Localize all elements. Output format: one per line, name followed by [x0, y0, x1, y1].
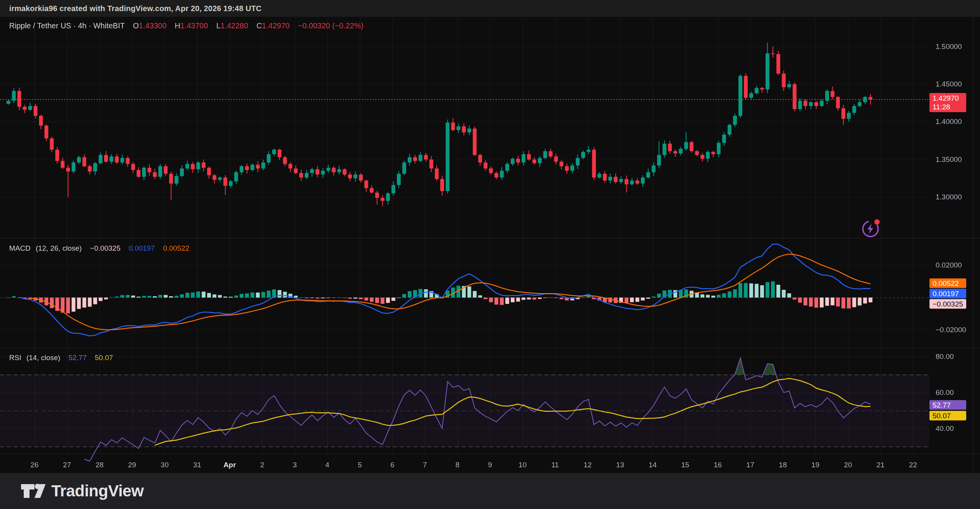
time-tick-label: 20 [844, 461, 852, 469]
tradingview-snapshot: { "header": { "attribution": "irmakorkia… [0, 0, 980, 509]
change-value: −0.00320 (−0.22%) [298, 21, 363, 30]
rsi-tick-label: 80.00 [936, 352, 954, 361]
price-tick-label: 1.35000 [936, 155, 962, 164]
chart-canvas[interactable] [0, 0, 980, 509]
macd-legend[interactable]: MACD (12, 26, close) −0.00325 0.00197 0.… [9, 244, 189, 253]
macd-signal-badge: 0.00522 [929, 279, 966, 288]
time-tick-label: 3 [293, 461, 297, 469]
time-tick-label: 13 [616, 461, 624, 469]
time-tick-label: 27 [63, 461, 71, 469]
rsi-value: 52.77 [69, 354, 87, 362]
attribution-bar: irmakorkia96 created with TradingView.co… [0, 0, 980, 17]
time-tick-label: 14 [648, 461, 657, 469]
time-tick-label: 16 [714, 461, 722, 469]
macd-line-value: 0.00197 [129, 244, 155, 252]
time-tick-label: 29 [128, 461, 136, 469]
low-key: L [216, 21, 220, 30]
time-tick-label: 4 [325, 461, 330, 469]
time-tick-label: 11 [551, 461, 559, 469]
time-tick-label: 30 [160, 461, 168, 469]
time-tick-label: 12 [583, 461, 591, 469]
macd-line-badge: 0.00197 [929, 289, 966, 299]
rsi-legend[interactable]: RSI (14, close) 52.77 50.07 [9, 354, 113, 362]
close-value: 1.42970 [262, 21, 289, 30]
lightning-bolt [867, 224, 873, 234]
macd-signal-value: 0.00522 [163, 244, 189, 252]
high-key: H [175, 21, 180, 30]
time-tick-label: 6 [390, 461, 395, 469]
price-tick-label: 1.40000 [936, 117, 962, 126]
macd-name: MACD [9, 244, 31, 252]
rsi-tick-label: 60.00 [936, 388, 954, 397]
current-price-badge: 1.4297011:28 [929, 93, 966, 112]
tradingview-logo-icon[interactable] [21, 482, 46, 500]
price-tick-label: 1.30000 [936, 193, 962, 201]
time-tick-label: 31 [193, 461, 201, 469]
time-tick-label: 7 [423, 461, 427, 469]
footer-bar: TradingView [0, 473, 980, 509]
flash-boost-icon[interactable] [861, 217, 883, 239]
symbol-title: Ripple / Tether US · 4h · WhiteBIT [9, 21, 125, 30]
price-tick-label: 1.50000 [936, 42, 962, 51]
time-tick-label: 9 [488, 461, 492, 469]
rsi-ma-badge: 50.07 [929, 411, 966, 421]
symbol-legend[interactable]: Ripple / Tether US · 4h · WhiteBIT O1.43… [9, 21, 363, 30]
macd-params: (12, 26, close) [36, 244, 82, 252]
macd-hist-value: −0.00325 [90, 244, 121, 252]
open-key: O [133, 21, 139, 30]
close-key: C [256, 21, 262, 30]
macd-hist-badge: −0.00325 [929, 299, 966, 309]
time-tick-label: 8 [456, 461, 460, 469]
high-value: 1.43700 [180, 21, 208, 30]
attribution-text: irmakorkia96 created with TradingView.co… [9, 4, 261, 13]
tradingview-wordmark[interactable]: TradingView [51, 482, 144, 500]
time-tick-label: 22 [909, 461, 917, 469]
time-tick-label: 21 [876, 461, 884, 469]
rsi-value-badge: 52.77 [929, 400, 966, 410]
time-tick-label: 2 [260, 461, 265, 469]
rsi-ma-value: 50.07 [95, 354, 113, 362]
time-tick-label: 5 [358, 461, 362, 469]
rsi-tick-label: 40.00 [936, 424, 954, 433]
time-tick-label: 15 [681, 461, 689, 469]
macd-tick-label: 0.02000 [936, 261, 962, 269]
time-tick-label: 17 [746, 461, 754, 469]
rsi-params: (14, close) [26, 354, 60, 362]
macd-tick-label: −0.02000 [936, 326, 966, 334]
low-value: 1.42280 [220, 21, 248, 30]
rsi-name: RSI [9, 354, 21, 362]
price-tick-label: 1.45000 [936, 80, 962, 88]
notification-dot [874, 219, 880, 225]
time-tick-label: 28 [95, 461, 103, 469]
time-tick-label: Apr [224, 461, 236, 469]
time-tick-label: 18 [779, 461, 787, 469]
time-tick-label: 10 [518, 461, 526, 469]
open-value: 1.43300 [139, 21, 167, 30]
time-tick-label: 26 [30, 461, 38, 469]
time-tick-label: 19 [811, 461, 819, 469]
